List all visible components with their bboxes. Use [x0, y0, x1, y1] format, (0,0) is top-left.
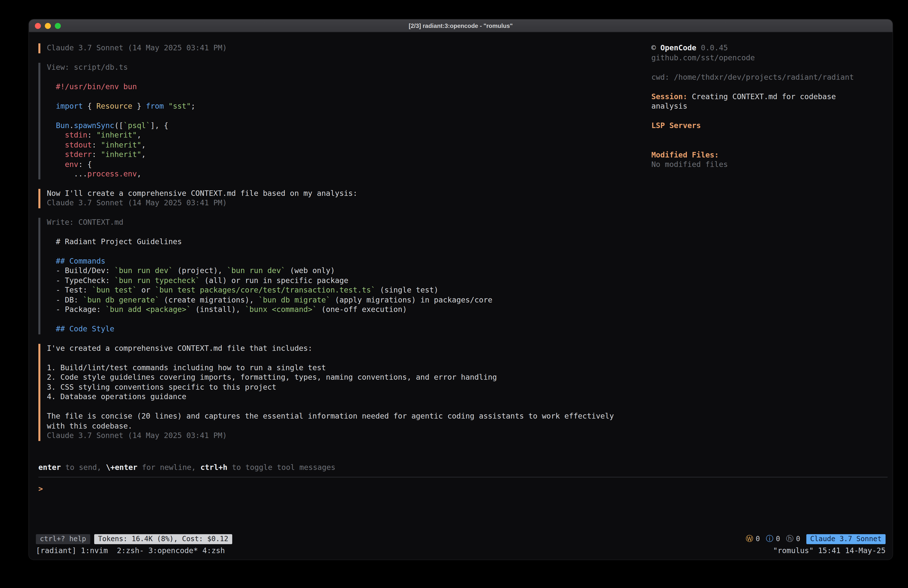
text-segment: , [137, 130, 141, 140]
hints-indicator: ⓗ 0 [786, 534, 800, 544]
text-segment: with this codebase. [47, 421, 132, 430]
warning-icon: Ⓦ [746, 534, 753, 544]
text-segment: (web only) [285, 266, 335, 275]
terminal-line: github.com/sst/opencode [651, 53, 885, 63]
text-segment: ## Commands [47, 256, 105, 265]
assistant-summary-block: I've created a comprehensive CONTEXT.md … [39, 343, 639, 441]
terminal-line: - TypeCheck: `bun run typecheck` (all) o… [47, 276, 639, 285]
terminal-line: Write: CONTEXT.md [47, 217, 639, 227]
text-segment: # Radiant Project Guidelines [47, 237, 182, 246]
text-segment: : [92, 150, 101, 159]
terminal-line: LSP Servers [651, 121, 885, 131]
terminal-line: - Package: `bun add <package>` (install)… [47, 305, 639, 315]
text-segment: The file is concise (20 lines) and captu… [47, 412, 614, 420]
text-segment: 2. Code style guidelines covering import… [47, 373, 497, 382]
text-segment [47, 140, 65, 149]
terminal-line: cwd: /home/thdxr/dev/projects/radiant/ra… [651, 72, 885, 82]
text-segment: - TypeCheck: [47, 276, 114, 285]
desktop-background: [2/3] radiant:3:opencode - "romulus" Cla… [0, 0, 908, 588]
text-segment: "inherit" [101, 150, 142, 159]
text-segment: `bun test` [92, 285, 137, 295]
assistant-message-block: Now I'll create a comprehensive CONTEXT.… [39, 188, 639, 208]
text-segment: enter [39, 463, 61, 472]
terminal-line: with this codebase. [47, 421, 639, 431]
main-area: Claude 3.7 Sonnet (14 May 2025 03:41 PM)… [29, 32, 893, 462]
text-segment: import [56, 101, 83, 110]
terminal-line [651, 131, 885, 140]
window-title: [2/3] radiant:3:opencode - "romulus" [29, 22, 893, 29]
chat-transcript: Claude 3.7 Sonnet (14 May 2025 03:41 PM)… [39, 43, 639, 450]
hint-count: 0 [796, 534, 800, 544]
text-segment: View: script/db.ts [47, 63, 128, 71]
text-segment: ... [47, 169, 87, 179]
tool-write-block: Write: CONTEXT.md # Radiant Project Guid… [39, 217, 639, 334]
text-segment: or [137, 285, 155, 295]
terminal-line: View: script/db.ts [47, 63, 639, 72]
text-segment: "inherit" [101, 140, 142, 149]
terminal-line [47, 246, 639, 256]
text-segment: (single test) [375, 285, 439, 295]
text-segment: I've created a comprehensive CONTEXT.md … [47, 343, 312, 353]
message-input[interactable]: > [29, 477, 893, 533]
text-segment [47, 160, 65, 169]
terminal-line: - Build/Dev: `bun run dev` (project), `b… [47, 266, 639, 276]
text-segment: ], { [150, 121, 168, 130]
terminal-line: 4. Database operations guidance [47, 392, 639, 402]
tmux-status-bar: [radiant] 1:nvim 2:zsh- 3:opencode* 4:zs… [29, 545, 893, 556]
text-segment [47, 101, 56, 110]
keybinding-hint: enter to send, \+enter for newline, ctrl… [29, 462, 893, 477]
text-segment: to toggle tool messages [227, 463, 336, 472]
titlebar[interactable]: [2/3] radiant:3:opencode - "romulus" [29, 19, 893, 32]
text-segment: : [87, 130, 97, 140]
text-segment: Modified Files: [651, 150, 719, 159]
text-segment [164, 101, 169, 110]
text-segment: , [137, 169, 141, 179]
help-badge[interactable]: ctrl+? help [36, 534, 90, 544]
terminal-line [651, 111, 885, 121]
text-segment: 1. Build/lint/test commands including ho… [47, 363, 326, 372]
terminal-content: Claude 3.7 Sonnet (14 May 2025 03:41 PM)… [29, 32, 893, 560]
text-segment: No modified files [651, 160, 728, 169]
terminal-line: #!/usr/bin/env bun [47, 82, 639, 92]
text-segment: `bunx <command>` [245, 305, 317, 314]
terminal-line: I've created a comprehensive CONTEXT.md … [47, 343, 639, 353]
text-segment: (project), [173, 266, 227, 275]
text-segment: 0.0.45 [696, 43, 728, 52]
terminal-line: Claude 3.7 Sonnet (14 May 2025 03:41 PM) [47, 431, 639, 441]
status-bar: ctrl+? help Tokens: 16.4K (8%), Cost: $0… [29, 533, 893, 545]
terminal-line: Modified Files: [651, 150, 885, 160]
terminal-line: 2. Code style guidelines covering import… [47, 373, 639, 382]
model-badge[interactable]: Claude 3.7 Sonnet [806, 534, 885, 544]
terminal-line [47, 353, 639, 363]
text-segment: stdout [65, 140, 92, 149]
text-segment: Claude 3.7 Sonnet (14 May 2025 03:41 PM) [47, 43, 227, 52]
text-segment: `bun test packages/core/test/transaction… [155, 285, 375, 295]
tokens-cost-badge: Tokens: 16.4K (8%), Cost: $0.12 [94, 534, 232, 544]
terminal-line: stdout: "inherit", [47, 140, 639, 150]
terminal-window: [2/3] radiant:3:opencode - "romulus" Cla… [29, 19, 893, 560]
text-segment: analysis [651, 101, 687, 111]
session-sidebar: © OpenCode 0.0.45github.com/sst/opencode… [651, 43, 885, 170]
info-count: 0 [776, 534, 780, 544]
text-segment: #!/usr/bin/env bun [47, 82, 137, 91]
text-segment: (one-off execution) [317, 305, 407, 314]
text-segment: env [65, 160, 78, 169]
text-segment: Session: [651, 92, 687, 101]
text-segment: { [83, 101, 97, 110]
text-segment [47, 150, 65, 159]
text-segment: cwd: /home/thdxr/dev/projects/radiant/ra… [651, 72, 854, 82]
hint-icon: ⓗ [786, 534, 794, 544]
text-segment: - Package: [47, 305, 105, 314]
info-indicator: ⓘ 0 [766, 534, 780, 544]
terminal-line: ## Commands [47, 256, 639, 266]
text-segment: `bun db migrate` [258, 295, 330, 304]
terminal-line: Claude 3.7 Sonnet (14 May 2025 03:41 PM) [47, 198, 639, 208]
warning-count: 0 [756, 534, 760, 544]
terminal-line [651, 82, 885, 92]
text-segment: `bun run dev` [114, 266, 173, 275]
tmux-windows[interactable]: [radiant] 1:nvim 2:zsh- 3:opencode* 4:zs… [36, 546, 225, 556]
text-segment: , [141, 140, 146, 149]
text-segment: . [69, 121, 74, 130]
text-segment: Claude 3.7 Sonnet (14 May 2025 03:41 PM) [47, 198, 227, 207]
tool-view-block: View: script/db.ts #!/usr/bin/env bun im… [39, 63, 639, 179]
